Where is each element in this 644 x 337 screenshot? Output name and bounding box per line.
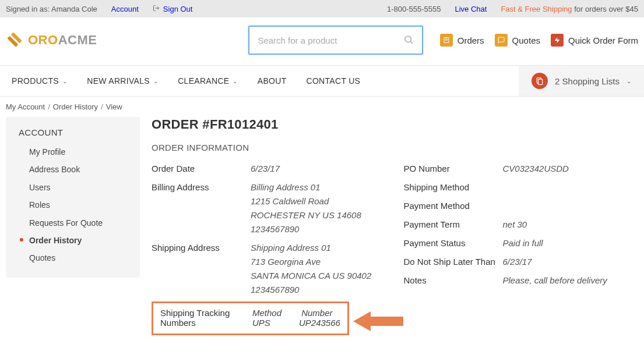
- search-input[interactable]: [258, 36, 403, 45]
- svg-point-3: [405, 36, 411, 42]
- breadcrumb-part[interactable]: My Account: [6, 102, 45, 111]
- chevron-down-icon: ⌄: [153, 78, 158, 84]
- breadcrumb-part[interactable]: Order History: [53, 102, 98, 111]
- payment-term-value: net 30: [503, 218, 527, 232]
- nav-item-about[interactable]: ABOUT: [258, 66, 287, 96]
- account-sidebar: ACCOUNT My ProfileAddress BookUsersRoles…: [6, 117, 140, 278]
- top-utility-bar: Signed in as: Amanda Cole Account Sign O…: [0, 0, 644, 17]
- svg-rect-10: [539, 79, 543, 84]
- billing-address-label: Billing Address: [152, 180, 251, 236]
- payment-status-label: Payment Status: [404, 236, 503, 250]
- phone-number: 1-800-555-5555: [387, 5, 441, 13]
- page-title: ORDER #FR1012401: [152, 117, 638, 132]
- annotation-arrow-icon: [353, 309, 403, 335]
- shopping-lists-icon: [532, 73, 548, 89]
- notes-value: Please, call before delivery: [503, 274, 607, 288]
- signed-in-as: Signed in as: Amanda Cole: [6, 5, 97, 13]
- shopping-lists-button[interactable]: 2 Shopping Lists ⌄: [519, 66, 644, 96]
- sidebar-title: ACCOUNT: [6, 125, 140, 143]
- chevron-down-icon: ⌄: [233, 78, 237, 84]
- order-date-label: Order Date: [152, 162, 251, 176]
- tracking-highlight-box: Shipping Tracking Numbers Method Number …: [152, 301, 349, 335]
- shipping-method-label: Shipping Method: [404, 180, 503, 194]
- shipping-address-value: Shipping Address 01 713 Georgina Ave SAN…: [251, 241, 371, 297]
- tracking-row-method: UPS: [252, 318, 299, 328]
- shipping-promo: Fast & Free Shipping for orders over $45: [501, 5, 638, 13]
- logo-icon: [6, 31, 23, 50]
- sidebar-item-roles[interactable]: Roles: [6, 196, 140, 214]
- tracking-head-number: Number: [301, 308, 332, 318]
- orders-icon: [440, 34, 453, 47]
- site-logo[interactable]: OROACME: [6, 31, 97, 50]
- main-nav: PRODUCTS⌄NEW ARRIVALS⌄CLEARANCE⌄ABOUTCON…: [0, 66, 644, 97]
- order-date-value: 6/23/17: [251, 162, 280, 176]
- sidebar-item-address-book[interactable]: Address Book: [6, 161, 140, 178]
- billing-address-value: Billing Address 01 1215 Caldwell Road RO…: [251, 180, 361, 236]
- dnsl-value: 6/23/17: [503, 255, 532, 269]
- svg-marker-11: [353, 311, 403, 331]
- dnsl-label: Do Not Ship Later Than: [404, 255, 503, 269]
- svg-line-4: [411, 41, 413, 43]
- sign-out-icon: [153, 5, 160, 13]
- nav-item-products[interactable]: PRODUCTS⌄: [12, 66, 67, 96]
- tracking-head-method: Method: [252, 308, 299, 318]
- sidebar-item-requests-for-quote[interactable]: Requests For Quote: [6, 214, 140, 232]
- quick-order-link[interactable]: Quick Order Form: [551, 34, 638, 47]
- chevron-down-icon: ⌄: [627, 78, 631, 84]
- notes-label: Notes: [404, 274, 503, 288]
- search-box: [248, 26, 423, 55]
- po-number-label: PO Number: [404, 162, 503, 176]
- orders-link[interactable]: Orders: [440, 34, 484, 47]
- breadcrumb-part: View: [106, 102, 122, 111]
- sidebar-item-users[interactable]: Users: [6, 179, 140, 196]
- sidebar-item-order-history[interactable]: Order History: [6, 232, 140, 249]
- sidebar-item-my-profile[interactable]: My Profile: [6, 143, 140, 161]
- nav-item-contact-us[interactable]: CONTACT US: [307, 66, 361, 96]
- po-number-value: CV032342USDD: [503, 162, 569, 176]
- payment-term-label: Payment Term: [404, 218, 503, 232]
- sidebar-item-quotes[interactable]: Quotes: [6, 249, 140, 267]
- tracking-table: Method Number UPSUP243566: [252, 308, 340, 328]
- account-link[interactable]: Account: [111, 5, 139, 13]
- payment-status-value: Paid in full: [503, 236, 543, 250]
- payment-method-label: Payment Method: [404, 199, 503, 213]
- tracking-label: Shipping Tracking Numbers: [160, 308, 252, 328]
- main-header: OROACME Orders Quotes Quick Ord: [0, 17, 644, 66]
- sign-out-link[interactable]: Sign Out: [153, 5, 193, 13]
- breadcrumb: My Account/Order History/View: [0, 97, 644, 117]
- nav-item-clearance[interactable]: CLEARANCE⌄: [178, 66, 238, 96]
- quotes-link[interactable]: Quotes: [495, 34, 540, 47]
- search-icon[interactable]: [403, 34, 414, 47]
- live-chat-link[interactable]: Live Chat: [455, 5, 487, 13]
- nav-item-new-arrivals[interactable]: NEW ARRIVALS⌄: [87, 66, 158, 96]
- section-title: ORDER INFORMATION: [152, 143, 638, 152]
- shipping-address-label: Shipping Address: [152, 241, 251, 297]
- svg-marker-8: [554, 37, 559, 43]
- tracking-row-number: UP243566: [299, 318, 340, 328]
- chevron-down-icon: ⌄: [62, 78, 67, 84]
- quick-order-icon: [551, 34, 564, 47]
- quotes-icon: [495, 34, 508, 47]
